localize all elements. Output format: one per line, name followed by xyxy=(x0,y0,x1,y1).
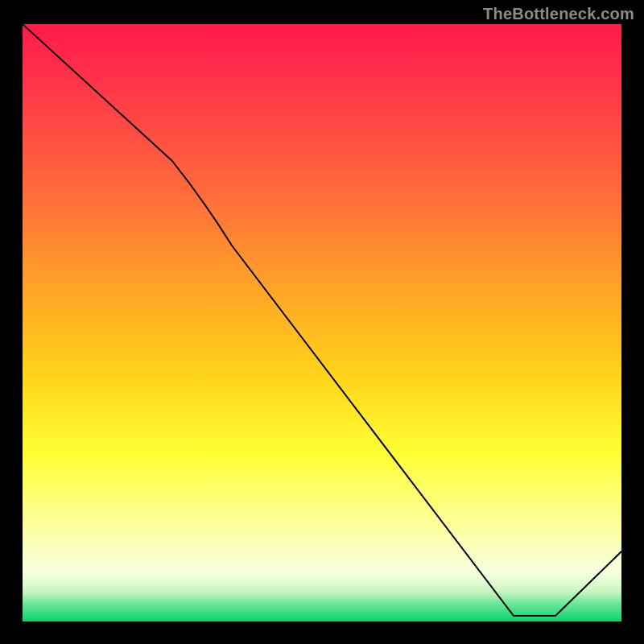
watermark-text: TheBottleneck.com xyxy=(483,5,634,23)
plot-area xyxy=(23,24,621,621)
gradient-background xyxy=(23,24,621,621)
chart-stage: TheBottleneck.com xyxy=(0,0,644,644)
plot-svg xyxy=(23,24,621,621)
